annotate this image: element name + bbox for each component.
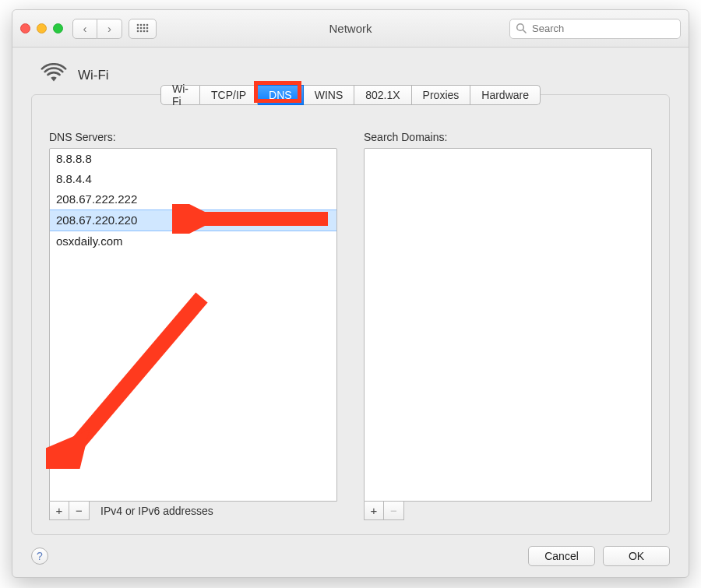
svg-point-1 [140,23,143,26]
close-window-button[interactable] [20,23,30,33]
svg-point-0 [137,23,139,26]
plus-icon: + [56,504,63,517]
nav-seg: ‹ › [72,19,122,39]
tab-strip: Wi-FiTCP/IPDNSWINS802.1XProxiesHardware [160,85,541,105]
tab-proxies[interactable]: Proxies [412,85,471,105]
dns-buttons-row: + − IPv4 or IPv6 addresses [49,502,337,520]
svg-point-11 [146,30,149,32]
search-icon [516,23,527,36]
tab-hardware[interactable]: Hardware [470,85,541,105]
add-search-domain-button[interactable]: + [364,502,384,520]
dns-server-row[interactable]: 208.67.220.220 [50,209,336,231]
svg-point-6 [143,26,146,29]
heading-label: Wi-Fi [78,68,109,83]
minus-icon: − [390,504,397,517]
zoom-window-button[interactable] [53,23,63,33]
svg-point-7 [146,26,149,29]
dns-servers-column: DNS Servers: 8.8.8.88.8.4.4208.67.222.22… [49,131,337,520]
columns: DNS Servers: 8.8.8.88.8.4.4208.67.222.22… [49,131,652,520]
back-button[interactable]: ‹ [72,19,97,39]
minus-icon: − [76,504,83,517]
ok-button[interactable]: OK [603,546,670,566]
content: Wi-Fi Wi-FiTCP/IPDNSWINS802.1XProxiesHar… [12,48,689,577]
search-domains-label: Search Domains: [364,131,652,143]
plus-icon: + [371,504,378,517]
svg-line-13 [523,30,526,33]
search-domains-column: Search Domains: + − [364,131,652,520]
search-domains-buttons-row: + − [364,502,652,520]
footer: ? Cancel OK [31,546,670,566]
svg-point-10 [143,30,146,32]
add-dns-button[interactable]: + [49,502,69,520]
tab-tcpip[interactable]: TCP/IP [200,85,258,105]
help-icon: ? [37,550,43,562]
svg-point-5 [140,26,143,29]
chevron-left-icon: ‹ [83,22,87,35]
search-input[interactable] [509,19,681,39]
dns-servers-label: DNS Servers: [49,131,337,143]
svg-point-4 [137,26,139,29]
tab-wins[interactable]: WINS [304,85,355,105]
svg-point-9 [140,30,143,32]
grid-icon [136,22,149,36]
show-all-button[interactable] [129,19,157,39]
search-wrap [509,19,681,39]
dns-hint: IPv4 or IPv6 addresses [100,505,213,517]
dns-server-row[interactable]: 8.8.8.8 [50,149,336,169]
toolbar: ‹ › Network [12,10,689,48]
chevron-right-icon: › [107,22,111,35]
tab-8021x[interactable]: 802.1X [354,85,411,105]
wifi-icon [41,63,67,88]
remove-dns-button[interactable]: − [69,502,90,520]
settings-panel: Wi-FiTCP/IPDNSWINS802.1XProxiesHardware … [31,94,670,535]
svg-point-3 [146,23,149,26]
tab-dns[interactable]: DNS [258,85,304,105]
search-domains-list[interactable] [364,148,652,502]
dns-servers-list[interactable]: 8.8.8.88.8.4.4208.67.222.222208.67.220.2… [49,148,337,502]
svg-point-2 [143,23,146,26]
tab-wifi[interactable]: Wi-Fi [160,85,200,105]
preferences-window: ‹ › Network [12,9,689,578]
minimize-window-button[interactable] [37,23,47,33]
forward-button[interactable]: › [97,19,122,39]
dns-server-row[interactable]: osxdaily.com [50,231,336,252]
dns-server-row[interactable]: 208.67.222.222 [50,189,336,209]
svg-point-8 [137,30,139,32]
help-button[interactable]: ? [31,548,48,565]
cancel-button[interactable]: Cancel [528,546,595,566]
traffic-lights [20,23,63,33]
remove-search-domain-button: − [384,502,404,520]
dns-server-row[interactable]: 8.8.4.4 [50,169,336,189]
